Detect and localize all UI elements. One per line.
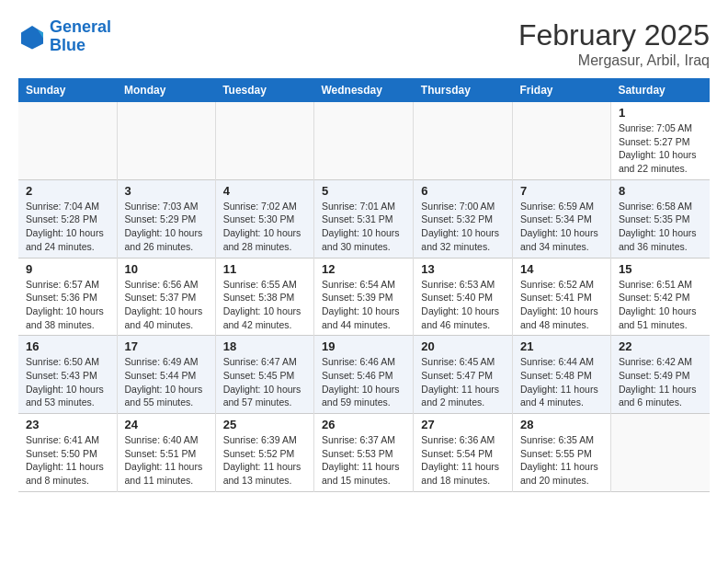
page-subtitle: Mergasur, Arbil, Iraq [518, 52, 710, 69]
calendar-cell: 26Sunrise: 6:37 AM Sunset: 5:53 PM Dayli… [313, 414, 413, 492]
calendar-cell: 6Sunrise: 7:00 AM Sunset: 5:32 PM Daylig… [414, 179, 513, 258]
day-number: 28 [520, 418, 603, 431]
day-info: Sunrise: 6:49 AM Sunset: 5:44 PM Dayligh… [125, 355, 208, 409]
day-number: 12 [322, 262, 405, 276]
calendar-cell: 9Sunrise: 6:57 AM Sunset: 5:36 PM Daylig… [18, 258, 117, 336]
week-row-1: 1Sunrise: 7:05 AM Sunset: 5:27 PM Daylig… [18, 102, 710, 179]
day-info: Sunrise: 6:57 AM Sunset: 5:36 PM Dayligh… [26, 278, 109, 332]
calendar-cell: 12Sunrise: 6:54 AM Sunset: 5:39 PM Dayli… [313, 258, 413, 336]
calendar-cell: 3Sunrise: 7:03 AM Sunset: 5:29 PM Daylig… [117, 179, 215, 258]
day-number: 14 [520, 262, 603, 276]
day-number: 13 [421, 262, 505, 276]
week-row-2: 2Sunrise: 7:04 AM Sunset: 5:28 PM Daylig… [18, 179, 710, 258]
day-info: Sunrise: 6:55 AM Sunset: 5:38 PM Dayligh… [223, 278, 306, 332]
calendar-cell: 2Sunrise: 7:04 AM Sunset: 5:28 PM Daylig… [18, 179, 117, 258]
day-header-wednesday: Wednesday [313, 78, 413, 102]
day-header-tuesday: Tuesday [215, 78, 313, 102]
day-info: Sunrise: 6:42 AM Sunset: 5:49 PM Dayligh… [619, 355, 702, 409]
day-number: 15 [619, 262, 702, 276]
day-header-monday: Monday [117, 78, 215, 102]
day-header-thursday: Thursday [414, 78, 513, 102]
day-number: 9 [26, 262, 109, 276]
day-number: 19 [322, 339, 405, 353]
logo-icon [18, 23, 46, 51]
calendar-cell [313, 102, 413, 179]
day-number: 23 [26, 418, 109, 431]
calendar-cell: 20Sunrise: 6:45 AM Sunset: 5:47 PM Dayli… [414, 336, 513, 414]
day-number: 25 [223, 418, 306, 431]
calendar-cell: 18Sunrise: 6:47 AM Sunset: 5:45 PM Dayli… [215, 336, 313, 414]
day-info: Sunrise: 6:46 AM Sunset: 5:46 PM Dayligh… [322, 355, 405, 409]
page-header: General Blue February 2025 Mergasur, Arb… [18, 18, 710, 69]
day-info: Sunrise: 6:53 AM Sunset: 5:40 PM Dayligh… [421, 278, 505, 332]
day-number: 3 [125, 184, 208, 198]
calendar-cell: 11Sunrise: 6:55 AM Sunset: 5:38 PM Dayli… [215, 258, 313, 336]
day-info: Sunrise: 7:02 AM Sunset: 5:30 PM Dayligh… [223, 200, 306, 254]
day-number: 7 [520, 184, 603, 198]
week-row-5: 23Sunrise: 6:41 AM Sunset: 5:50 PM Dayli… [18, 414, 710, 492]
day-number: 20 [421, 339, 505, 353]
logo-line2: Blue [50, 36, 85, 54]
calendar-cell [513, 102, 611, 179]
day-info: Sunrise: 6:59 AM Sunset: 5:34 PM Dayligh… [520, 200, 603, 254]
day-info: Sunrise: 6:58 AM Sunset: 5:35 PM Dayligh… [619, 200, 702, 254]
day-info: Sunrise: 6:37 AM Sunset: 5:53 PM Dayligh… [322, 433, 405, 488]
calendar-cell: 13Sunrise: 6:53 AM Sunset: 5:40 PM Dayli… [414, 258, 513, 336]
day-number: 16 [26, 339, 109, 353]
calendar-cell [215, 102, 313, 179]
logo-text: General Blue [50, 18, 111, 55]
day-number: 11 [223, 262, 306, 276]
day-info: Sunrise: 6:35 AM Sunset: 5:55 PM Dayligh… [520, 433, 603, 488]
logo: General Blue [18, 18, 111, 55]
day-info: Sunrise: 7:03 AM Sunset: 5:29 PM Dayligh… [125, 200, 208, 254]
calendar-cell: 7Sunrise: 6:59 AM Sunset: 5:34 PM Daylig… [513, 179, 611, 258]
day-info: Sunrise: 6:54 AM Sunset: 5:39 PM Dayligh… [322, 278, 405, 332]
calendar-cell: 4Sunrise: 7:02 AM Sunset: 5:30 PM Daylig… [215, 179, 313, 258]
calendar-cell: 1Sunrise: 7:05 AM Sunset: 5:27 PM Daylig… [610, 102, 710, 179]
calendar-cell: 25Sunrise: 6:39 AM Sunset: 5:52 PM Dayli… [215, 414, 313, 492]
day-info: Sunrise: 7:01 AM Sunset: 5:31 PM Dayligh… [322, 200, 405, 254]
day-number: 6 [421, 184, 505, 198]
day-info: Sunrise: 6:47 AM Sunset: 5:45 PM Dayligh… [223, 355, 306, 409]
calendar-cell: 14Sunrise: 6:52 AM Sunset: 5:41 PM Dayli… [513, 258, 611, 336]
day-number: 26 [322, 418, 405, 431]
calendar-cell: 15Sunrise: 6:51 AM Sunset: 5:42 PM Dayli… [610, 258, 710, 336]
day-number: 21 [520, 339, 603, 353]
day-number: 18 [223, 339, 306, 353]
day-number: 17 [125, 339, 208, 353]
calendar-cell: 27Sunrise: 6:36 AM Sunset: 5:54 PM Dayli… [414, 414, 513, 492]
logo-line1: General [50, 17, 111, 36]
day-number: 5 [322, 184, 405, 198]
day-info: Sunrise: 7:04 AM Sunset: 5:28 PM Dayligh… [26, 200, 109, 254]
day-info: Sunrise: 6:45 AM Sunset: 5:47 PM Dayligh… [421, 355, 505, 409]
day-number: 1 [619, 106, 702, 120]
calendar-cell: 10Sunrise: 6:56 AM Sunset: 5:37 PM Dayli… [117, 258, 215, 336]
calendar-header-row: SundayMondayTuesdayWednesdayThursdayFrid… [18, 78, 710, 102]
calendar-cell [117, 102, 215, 179]
day-number: 4 [223, 184, 306, 198]
day-info: Sunrise: 6:56 AM Sunset: 5:37 PM Dayligh… [125, 278, 208, 332]
calendar-cell: 5Sunrise: 7:01 AM Sunset: 5:31 PM Daylig… [313, 179, 413, 258]
day-number: 27 [421, 418, 505, 431]
calendar-cell [610, 414, 710, 492]
calendar-cell: 23Sunrise: 6:41 AM Sunset: 5:50 PM Dayli… [18, 414, 117, 492]
day-header-sunday: Sunday [18, 78, 117, 102]
week-row-4: 16Sunrise: 6:50 AM Sunset: 5:43 PM Dayli… [18, 336, 710, 414]
day-header-saturday: Saturday [610, 78, 710, 102]
day-info: Sunrise: 6:51 AM Sunset: 5:42 PM Dayligh… [619, 278, 702, 332]
day-number: 8 [619, 184, 702, 198]
calendar-table: SundayMondayTuesdayWednesdayThursdayFrid… [18, 78, 710, 492]
day-info: Sunrise: 7:00 AM Sunset: 5:32 PM Dayligh… [421, 200, 505, 254]
calendar-cell: 28Sunrise: 6:35 AM Sunset: 5:55 PM Dayli… [513, 414, 611, 492]
week-row-3: 9Sunrise: 6:57 AM Sunset: 5:36 PM Daylig… [18, 258, 710, 336]
day-info: Sunrise: 6:52 AM Sunset: 5:41 PM Dayligh… [520, 278, 603, 332]
calendar-cell: 17Sunrise: 6:49 AM Sunset: 5:44 PM Dayli… [117, 336, 215, 414]
day-info: Sunrise: 6:40 AM Sunset: 5:51 PM Dayligh… [125, 433, 208, 488]
day-number: 24 [125, 418, 208, 431]
day-header-friday: Friday [513, 78, 611, 102]
day-info: Sunrise: 6:41 AM Sunset: 5:50 PM Dayligh… [26, 433, 109, 488]
title-block: February 2025 Mergasur, Arbil, Iraq [518, 18, 710, 69]
day-info: Sunrise: 6:36 AM Sunset: 5:54 PM Dayligh… [421, 433, 505, 488]
calendar-cell [18, 102, 117, 179]
day-info: Sunrise: 6:39 AM Sunset: 5:52 PM Dayligh… [223, 433, 306, 488]
